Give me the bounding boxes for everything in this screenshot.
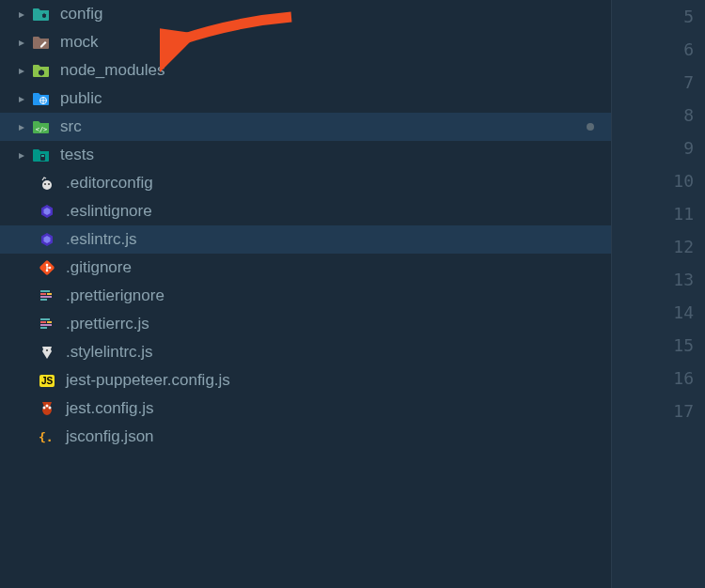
chevron-right-icon: ▸ <box>17 94 26 103</box>
file-item-eslintignore[interactable]: .eslintignore <box>0 197 611 225</box>
svg-rect-19 <box>40 296 52 298</box>
file-label: .eslintrc.js <box>66 230 611 249</box>
chevron-right-icon: ▸ <box>17 9 26 19</box>
folder-item-src[interactable]: ▸ </> src <box>0 113 611 141</box>
line-number: 11 <box>612 197 705 230</box>
folder-item-node-modules[interactable]: ▸ node_modules <box>0 56 611 85</box>
line-number: 7 <box>612 66 705 99</box>
chevron-right-icon: ▸ <box>17 122 26 132</box>
line-number: 14 <box>612 296 705 329</box>
chevron-right-icon: ▸ <box>17 66 26 75</box>
svg-rect-20 <box>40 299 47 301</box>
editor-gutter: 5 6 7 8 9 10 11 12 13 14 15 16 17 <box>611 0 705 588</box>
file-item-prettierrc[interactable]: .prettierrc.js <box>0 310 611 338</box>
folder-mock-icon <box>32 33 51 52</box>
prettier-icon <box>38 315 56 333</box>
stylelint-icon <box>38 343 56 362</box>
modified-indicator-icon <box>587 123 594 131</box>
folder-item-config[interactable]: ▸ config <box>0 0 611 28</box>
svg-point-26 <box>46 349 48 351</box>
svg-rect-23 <box>47 321 52 323</box>
prettier-icon <box>38 286 56 305</box>
line-number: 5 <box>612 0 705 33</box>
folder-item-tests[interactable]: ▸ tests <box>0 141 611 169</box>
folder-public-icon <box>32 89 51 108</box>
jsconfig-icon: {..} <box>38 427 56 446</box>
svg-rect-17 <box>40 293 46 295</box>
folder-item-mock[interactable]: ▸ mock <box>0 28 611 56</box>
folder-config-icon <box>32 5 51 23</box>
svg-rect-21 <box>40 318 50 320</box>
jest-icon <box>38 399 56 418</box>
folder-node-modules-icon <box>32 61 51 80</box>
svg-rect-25 <box>40 327 47 329</box>
svg-point-5 <box>42 180 52 190</box>
file-label: .gitignore <box>66 258 611 277</box>
file-label: .editorconfig <box>66 174 611 193</box>
js-icon: JS <box>38 371 56 390</box>
folder-tests-icon <box>32 146 51 164</box>
file-label: .stylelintrc.js <box>66 343 611 362</box>
line-number: 8 <box>612 99 705 132</box>
svg-rect-4 <box>41 155 44 157</box>
line-number: 12 <box>612 230 705 263</box>
svg-text:</>: </> <box>36 126 48 133</box>
git-icon <box>38 258 56 277</box>
file-item-jest-puppeteer-config[interactable]: JS jest-puppeteer.config.js <box>0 366 611 395</box>
file-item-stylelintrc[interactable]: .stylelintrc.js <box>0 338 611 366</box>
file-label: .prettierrc.js <box>66 315 611 333</box>
chevron-right-icon: ▸ <box>17 150 26 160</box>
file-label: jest-puppeteer.config.js <box>66 371 611 390</box>
file-explorer: ▸ config ▸ mock ▸ node_modules ▸ public … <box>0 0 611 588</box>
svg-rect-24 <box>40 324 52 326</box>
folder-item-public[interactable]: ▸ public <box>0 85 611 113</box>
svg-text:{..}: {..} <box>39 430 55 444</box>
line-number: 16 <box>612 362 705 395</box>
file-item-jest-config[interactable]: jest.config.js <box>0 395 611 423</box>
eslint-icon <box>38 230 56 249</box>
line-number: 10 <box>612 164 705 197</box>
eslint-icon <box>38 202 56 221</box>
svg-rect-22 <box>40 321 46 323</box>
file-label: .prettierignore <box>66 286 611 305</box>
svg-point-29 <box>46 405 49 408</box>
line-number: 9 <box>612 132 705 164</box>
chevron-right-icon: ▸ <box>17 38 26 47</box>
file-label: jsconfig.json <box>66 427 611 446</box>
svg-point-28 <box>49 407 52 410</box>
line-number: 15 <box>612 329 705 362</box>
folder-label: node_modules <box>60 61 611 80</box>
file-item-eslintrc[interactable]: .eslintrc.js <box>0 225 611 254</box>
svg-point-27 <box>43 407 46 410</box>
editorconfig-icon <box>38 174 56 193</box>
line-number: 17 <box>612 395 705 427</box>
file-item-gitignore[interactable]: .gitignore <box>0 254 611 282</box>
folder-label: src <box>60 117 587 136</box>
svg-point-6 <box>44 183 46 185</box>
svg-point-7 <box>48 183 50 185</box>
folder-label: config <box>60 5 611 23</box>
file-label: jest.config.js <box>66 399 611 418</box>
svg-rect-16 <box>40 290 50 292</box>
line-number: 13 <box>612 263 705 296</box>
svg-rect-18 <box>47 293 52 295</box>
file-item-editorconfig[interactable]: .editorconfig <box>0 169 611 197</box>
folder-src-icon: </> <box>32 117 51 136</box>
folder-label: tests <box>60 146 611 164</box>
file-item-prettierignore[interactable]: .prettierignore <box>0 282 611 310</box>
line-number: 6 <box>612 33 705 66</box>
file-label: .eslintignore <box>66 202 611 221</box>
folder-label: public <box>60 89 611 108</box>
folder-label: mock <box>60 33 611 52</box>
file-item-jsconfig[interactable]: {..} jsconfig.json <box>0 423 611 451</box>
